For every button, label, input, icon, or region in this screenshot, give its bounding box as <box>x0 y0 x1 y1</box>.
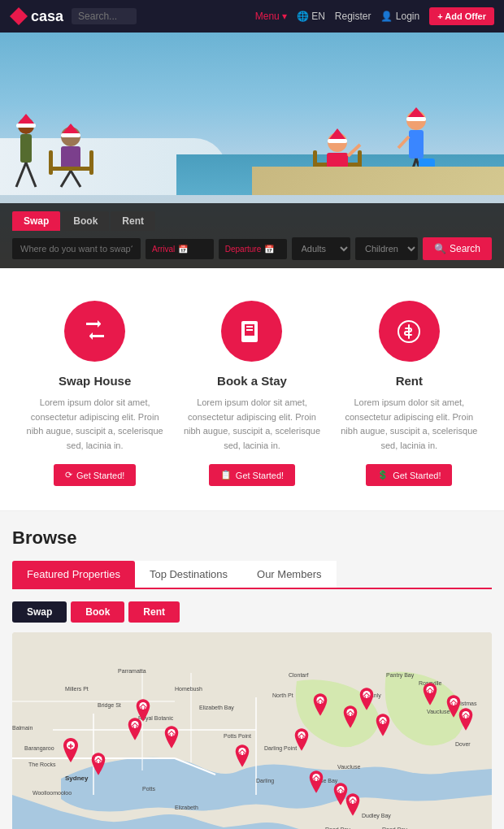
map-pin-9[interactable] <box>341 705 359 731</box>
map-pin-14[interactable] <box>457 708 475 734</box>
beach <box>252 167 504 195</box>
map-pin-4[interactable] <box>163 726 180 752</box>
svg-text:Pantry Bay: Pantry Bay <box>386 672 415 679</box>
map-pin-2[interactable] <box>89 753 107 779</box>
map-pin-8[interactable] <box>311 693 329 719</box>
login-link[interactable]: 👤 Login <box>380 11 419 22</box>
svg-point-80 <box>363 691 370 698</box>
swap-icon-circle <box>64 301 125 362</box>
svg-rect-10 <box>49 167 93 171</box>
tab-rent[interactable]: Rent <box>111 211 155 231</box>
search-button[interactable]: 🔍 Search <box>423 237 492 260</box>
svg-rect-29 <box>406 117 426 121</box>
browse-section: Browse Featured Properties Top Destinati… <box>0 511 504 829</box>
logo: casa <box>10 7 63 25</box>
menu-button[interactable]: Menu ▾ <box>255 11 287 22</box>
register-link[interactable]: Register <box>335 11 371 22</box>
add-offer-button[interactable]: + Add Offer <box>429 7 494 25</box>
map-pin-6[interactable] <box>233 744 251 770</box>
tab-featured-properties[interactable]: Featured Properties <box>12 561 135 588</box>
globe-icon: 🌐 <box>297 11 309 22</box>
swap-get-started-button[interactable]: ⟳ Get Started! <box>54 464 136 486</box>
search-icon: 🔍 <box>434 243 446 254</box>
svg-point-75 <box>139 702 146 710</box>
svg-marker-21 <box>329 128 345 139</box>
svg-line-2 <box>16 163 26 187</box>
svg-text:Elizabeth: Elizabeth <box>175 805 198 810</box>
tab-swap[interactable]: Swap <box>12 211 60 231</box>
filter-book-button[interactable]: Book <box>71 601 124 623</box>
logo-text: casa <box>31 8 63 25</box>
calendar-icon: 📅 <box>178 245 188 254</box>
svg-point-87 <box>349 796 356 804</box>
features-section: Swap House Lorem ipsum dolor sit amet, c… <box>0 268 504 510</box>
svg-text:Dudley Bay: Dudley Bay <box>362 813 391 819</box>
location-input[interactable] <box>12 238 141 259</box>
svg-text:Barangaroo: Barangaroo <box>24 745 54 752</box>
map-pin-15[interactable] <box>307 770 325 796</box>
arrival-field[interactable]: Arrival 📅 <box>146 239 214 259</box>
svg-text:Potts Point: Potts Point <box>224 733 251 739</box>
departure-field[interactable]: Departure 📅 <box>219 239 287 259</box>
svg-text:Parramatta: Parramatta <box>118 668 146 674</box>
map-pin-10[interactable] <box>358 688 376 714</box>
svg-rect-14 <box>61 133 80 137</box>
svg-point-86 <box>337 786 344 793</box>
svg-text:Millers Pt: Millers Pt <box>65 686 89 692</box>
feature-book: Book a Stay Lorem ipsum dolor sit amet, … <box>183 301 321 486</box>
svg-marker-28 <box>408 107 424 117</box>
rent-desc: Lorem ipsum dolor sit amet, consectetur … <box>340 396 478 453</box>
svg-point-81 <box>379 717 386 724</box>
svg-text:Clontarf: Clontarf <box>289 672 309 678</box>
book-icon-circle <box>221 301 282 362</box>
adults-select[interactable]: Adults 1234+ <box>292 237 350 260</box>
svg-text:Bridge St: Bridge St <box>98 702 121 709</box>
tab-our-members[interactable]: Our Members <box>242 561 336 588</box>
rent-get-started-button[interactable]: 💲 Get Started! <box>366 464 452 486</box>
svg-text:Potts: Potts <box>142 786 155 792</box>
svg-point-82 <box>426 686 433 693</box>
hero-search-area: Swap Book Rent Arrival 📅 Departure 📅 Adu… <box>0 203 504 268</box>
filter-swap-button[interactable]: Swap <box>12 601 67 623</box>
search-input[interactable] <box>72 8 137 24</box>
svg-text:Dover: Dover <box>455 741 471 747</box>
feature-rent: Rent Lorem ipsum dolor sit amet, consect… <box>340 301 478 486</box>
map-pin-11[interactable] <box>374 714 392 740</box>
svg-rect-5 <box>16 124 36 128</box>
filter-rent-button[interactable]: Rent <box>128 601 180 623</box>
menu-label: Menu <box>255 11 280 22</box>
book-btn-label: Get Started! <box>236 471 284 480</box>
user-icon: 👤 <box>380 11 393 22</box>
svg-text:Vaucluse: Vaucluse <box>337 764 360 770</box>
lang-selector[interactable]: 🌐 EN <box>297 11 325 22</box>
svg-rect-12 <box>89 150 93 175</box>
book-icon <box>238 318 266 345</box>
tab-book[interactable]: Book <box>62 211 109 231</box>
svg-point-84 <box>462 711 469 718</box>
svg-marker-4 <box>18 114 34 124</box>
header: casa Menu ▾ 🌐 EN Register 👤 Login + Add … <box>0 0 504 33</box>
calendar-icon-2: 📅 <box>264 245 274 254</box>
book-title: Book a Stay <box>183 374 321 388</box>
svg-text:Homebush: Homebush <box>175 686 202 692</box>
map-pin-1[interactable] <box>61 738 80 766</box>
svg-text:Darling: Darling <box>256 778 274 784</box>
map-pin-5[interactable] <box>134 699 152 725</box>
map[interactable]: Barangaroo The Rocks Sydney Parramatta H… <box>12 632 492 829</box>
swap-icon <box>80 317 110 346</box>
rent-icon <box>395 318 423 345</box>
map-pin-17[interactable] <box>344 793 362 819</box>
map-pin-7[interactable] <box>293 728 311 754</box>
children-select[interactable]: Children 0123+ <box>355 237 418 260</box>
svg-point-79 <box>346 709 354 716</box>
svg-marker-13 <box>63 124 79 133</box>
lang-label: EN <box>311 11 325 22</box>
nav: Menu ▾ 🌐 EN Register 👤 Login + Add Offer <box>255 7 494 25</box>
swap-btn-label: Get Started! <box>76 471 124 480</box>
svg-text:Sydney: Sydney <box>65 775 89 782</box>
search-label: Search <box>450 243 480 254</box>
tab-top-destinations[interactable]: Top Destinations <box>135 561 242 588</box>
map-pin-12[interactable] <box>421 683 439 709</box>
svg-point-74 <box>167 729 175 736</box>
book-get-started-button[interactable]: 📋 Get Started! <box>209 464 295 486</box>
